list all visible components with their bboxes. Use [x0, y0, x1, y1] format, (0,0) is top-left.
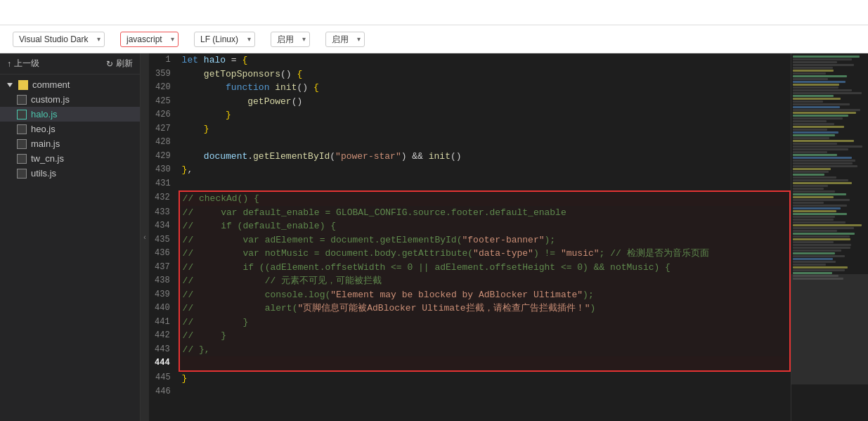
autowrap-select[interactable]: 启用 — [271, 32, 310, 47]
minimap-line — [793, 70, 834, 72]
minimap-line — [793, 61, 837, 63]
sidebar-item-customjs[interactable]: custom.js — [0, 92, 140, 107]
minimap-line — [793, 210, 836, 212]
lang-select-wrapper[interactable]: javascript — [120, 32, 179, 47]
table-row: 428 — [149, 136, 790, 150]
minimap-line — [793, 151, 827, 153]
line-number: 420 — [149, 81, 179, 95]
line-code: document.getElementById("power-star") &&… — [179, 150, 790, 164]
line-code: } — [179, 122, 790, 136]
sidebar-toolbar: ↑ 上一级 ↻ 刷新 — [0, 53, 140, 75]
file-icon — [17, 169, 27, 179]
sidebar-item-twcnjs[interactable]: tw_cn.js — [0, 151, 140, 166]
minimap-line — [793, 157, 852, 159]
line-number: 441 — [149, 316, 179, 330]
line-code: // var adElement = document.getElementBy… — [179, 233, 790, 247]
line-number: 425 — [149, 95, 179, 109]
table-row: 442// } — [149, 329, 790, 343]
minimap-line — [793, 269, 845, 271]
table-row: 445} — [149, 371, 790, 386]
line-number: 444 — [149, 356, 179, 371]
minimap-line — [793, 106, 840, 108]
minimap-line — [793, 244, 851, 246]
file-icon — [17, 124, 27, 134]
minimap-line — [793, 72, 826, 75]
line-code: // alert("页脚信息可能被AdBlocker Ultimate拦截，请检… — [179, 302, 790, 316]
sidebar-item-label: main.js — [31, 138, 60, 149]
line-number: 439 — [149, 288, 179, 302]
line-number: 428 — [149, 136, 179, 150]
theme-select-wrapper[interactable]: Visual Studio Dark — [13, 32, 105, 47]
expand-button[interactable] — [826, 6, 840, 20]
line-number: 430 — [149, 163, 179, 177]
table-row: 426 } — [149, 108, 790, 122]
minimap-line — [793, 109, 860, 111]
minimap-line — [793, 224, 862, 226]
line-number: 443 — [149, 343, 179, 357]
minimap-line — [793, 145, 862, 148]
sidebar-item-halojs[interactable]: halo.js — [0, 107, 140, 122]
line-number: 440 — [149, 302, 179, 316]
sidebar-item-heojs[interactable]: heo.js — [0, 122, 140, 136]
table-row: 432// checkAd() { — [149, 191, 790, 206]
collapse-handle[interactable]: ‹ — [141, 53, 149, 421]
minimap-select-wrapper[interactable]: 启用 — [325, 32, 365, 47]
table-row: 420 function init() { — [149, 81, 790, 95]
minimap-line — [793, 241, 834, 243]
table-row: 438// // 元素不可见，可能被拦截 — [149, 274, 790, 288]
minimap-line — [793, 213, 847, 215]
minimap-select[interactable]: 启用 — [325, 32, 365, 47]
minimap-line — [793, 140, 854, 142]
file-icon — [17, 154, 27, 164]
table-row: 441// } — [149, 316, 790, 330]
minimap-line — [793, 174, 824, 176]
lang-select[interactable]: javascript — [120, 32, 179, 47]
table-row: 446 — [149, 385, 790, 399]
sidebar-item-mainjs[interactable]: main.js — [0, 136, 140, 151]
sidebar-item-utilsjs[interactable]: utils.js — [0, 166, 140, 181]
minimap-line — [793, 103, 850, 105]
minimap-line — [793, 247, 850, 249]
line-code: // checkAd() { — [179, 191, 790, 206]
minimap-line — [793, 250, 841, 252]
minimap-line — [793, 64, 854, 66]
table-row: 425 getPower() — [149, 95, 790, 109]
lang-group: javascript — [116, 32, 179, 47]
minimap-line — [793, 134, 835, 136]
refresh-button[interactable]: ↻ 刷新 — [106, 58, 133, 70]
autowrap-select-wrapper[interactable]: 启用 — [271, 32, 310, 47]
theme-group: Visual Studio Dark — [8, 32, 105, 47]
sidebar-item-label: heo.js — [31, 124, 56, 134]
line-number: 446 — [149, 385, 179, 399]
eol-select-wrapper[interactable]: LF (Linux) — [194, 32, 255, 47]
minimap-line — [793, 266, 848, 268]
refresh-icon: ↻ — [106, 59, 113, 69]
table-row: 434// if (default_enable) { — [149, 219, 790, 233]
eol-select[interactable]: LF (Linux) — [194, 32, 255, 47]
line-number: 432 — [149, 191, 179, 206]
table-row: 444 — [149, 356, 790, 371]
sidebar-items: comment custom.js halo.js heo.js main.js… — [0, 75, 140, 421]
line-code: // var notMusic = document.body.getAttri… — [179, 247, 790, 261]
minimap-line — [793, 92, 862, 94]
main-layout: ↑ 上一级 ↻ 刷新 comment custom.js halo.js — [0, 53, 868, 421]
minimap-line — [793, 233, 855, 235]
minimap-line — [793, 84, 839, 86]
code-editor[interactable]: 1let halo = {359 getTopSponsors() {420 f… — [149, 53, 791, 421]
minimap-line — [793, 123, 834, 125]
close-button[interactable] — [846, 6, 860, 20]
minimap-line — [793, 120, 827, 122]
minimap-line — [793, 129, 827, 131]
line-number: 434 — [149, 219, 179, 233]
minimap-line — [793, 67, 833, 69]
theme-select[interactable]: Visual Studio Dark — [13, 32, 105, 47]
line-code: getTopSponsors() { — [179, 67, 790, 82]
minimap-line — [793, 216, 835, 218]
minimap-line — [793, 258, 833, 260]
minimap-line — [793, 185, 828, 187]
minimap-line — [793, 261, 836, 263]
minimap-line — [793, 193, 846, 195]
up-button[interactable]: ↑ 上一级 — [7, 58, 39, 70]
line-number: 435 — [149, 233, 179, 247]
sidebar-item-comment[interactable]: comment — [0, 77, 140, 92]
